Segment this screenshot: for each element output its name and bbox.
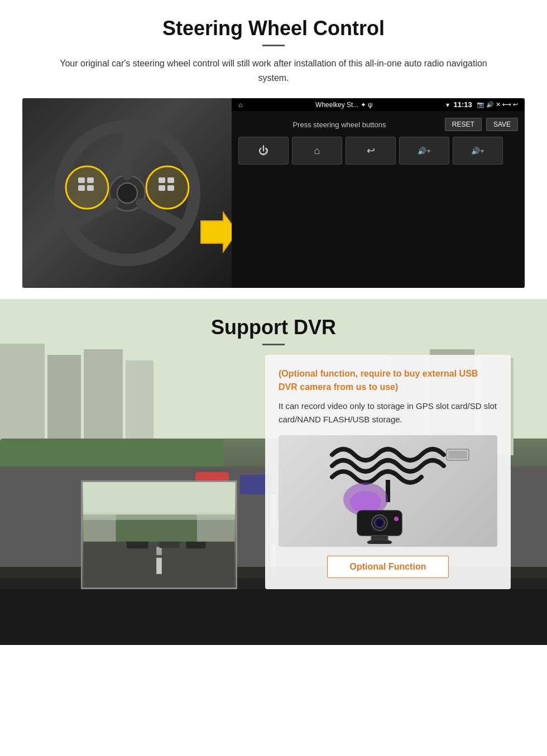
svg-rect-50 [448,451,467,459]
statusbar: ⌂ Wheelkey St... ✦ ψ ▾ 11:13 📷 🔊 ✕ ⟷ ↩ [232,98,525,111]
steer-power-btn[interactable]: ⏻ [238,137,289,165]
dvr-preview-inner [83,482,236,588]
dvr-title: Support DVR [0,299,547,339]
svg-rect-47 [83,482,234,514]
dvr-preview-svg [83,482,236,588]
svg-point-5 [117,183,137,203]
steering-image-wrapper: ⌂ Wheelkey St... ✦ ψ ▾ 11:13 📷 🔊 ✕ ⟷ ↩ P… [22,98,525,288]
dvr-preview [81,480,237,589]
steering-header-row: Press steering wheel buttons RESET SAVE [238,118,518,131]
svg-rect-9 [87,177,94,183]
reset-button[interactable]: RESET [445,118,482,131]
save-button[interactable]: SAVE [486,118,518,131]
steering-section: Steering Wheel Control Your original car… [0,0,547,299]
dvr-description: It can record video only to storage in G… [279,399,497,426]
svg-rect-48 [83,512,234,520]
android-content: Press steering wheel buttons RESET SAVE … [232,111,525,288]
svg-point-57 [377,520,382,526]
wifi-icon: ▾ [446,101,449,109]
svg-rect-11 [87,185,94,191]
press-label: Press steering wheel buttons [238,121,440,129]
dvr-camera-svg [299,438,477,544]
steer-vol-down-btn[interactable]: 🔊+ [399,137,449,165]
steer-vol-up-btn[interactable]: 🔊+ [453,137,503,165]
home-icon: ⌂ [238,101,242,109]
optional-function-button[interactable]: Optional Function [327,556,449,578]
steering-description: Your original car's steering wheel contr… [56,56,491,85]
steer-back-btn[interactable]: ↩ [346,137,396,165]
svg-rect-14 [159,185,165,191]
title-divider [262,45,285,46]
svg-point-60 [367,540,392,544]
android-ui: ⌂ Wheelkey St... ✦ ψ ▾ 11:13 📷 🔊 ✕ ⟷ ↩ P… [232,98,525,288]
dvr-title-divider [262,344,285,345]
status-time: 11:13 [454,100,472,109]
svg-rect-15 [167,185,174,191]
dvr-info-card: (Optional function, require to buy exter… [265,355,511,589]
svg-point-58 [394,517,399,521]
app-name: Wheelkey St... ✦ ψ [247,101,441,109]
svg-rect-10 [78,185,85,191]
svg-rect-39 [156,558,162,574]
svg-marker-16 [201,213,232,252]
arrow-icon [195,210,232,254]
svg-rect-8 [78,177,85,183]
svg-rect-13 [167,177,174,183]
svg-rect-40 [156,547,162,555]
steering-photo [22,98,232,288]
svg-point-53 [350,491,381,513]
dvr-section: Support DVR [0,299,547,645]
dvr-camera-image [279,435,497,547]
svg-rect-12 [159,177,165,183]
status-icons: 📷 🔊 ✕ ⟷ ↩ [477,101,518,108]
steering-title: Steering Wheel Control [22,17,525,40]
steer-home-btn[interactable]: ⌂ [292,137,342,165]
steering-buttons-grid: ⏻ ⌂ ↩ 🔊+ 🔊+ [238,137,518,165]
optional-text: (Optional function, require to buy exter… [279,367,497,394]
steering-wheel-icon [49,115,205,271]
